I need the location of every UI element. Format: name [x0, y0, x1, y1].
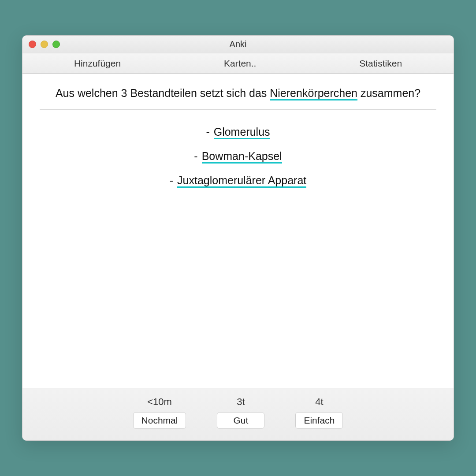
again-button[interactable]: Nochmal — [133, 412, 186, 429]
rating-good: 3t Gut — [217, 396, 264, 429]
bullet-icon: - — [206, 126, 209, 138]
toolbar: Hinzufügen Karten.. Statistiken — [22, 53, 454, 74]
app-window: Anki Hinzufügen Karten.. Statistiken Aus… — [22, 35, 454, 441]
easy-button[interactable]: Einfach — [295, 412, 343, 429]
traffic-lights — [29, 41, 60, 48]
toolbar-cards[interactable]: Karten.. — [215, 56, 265, 71]
answer-text: Bowman-Kapsel — [202, 150, 282, 164]
bullet-icon: - — [194, 151, 197, 162]
interval-label: 3t — [237, 396, 245, 408]
rating-easy: 4t Einfach — [295, 396, 343, 429]
question-term: Nierenkörperchen — [270, 87, 357, 100]
titlebar: Anki — [22, 36, 454, 53]
close-icon[interactable] — [29, 41, 36, 48]
answer-bar: <10m Nochmal 3t Gut 4t Einfach — [22, 388, 454, 440]
answer-text: Glomerulus — [214, 126, 270, 139]
bullet-icon: - — [170, 175, 173, 186]
toolbar-stats[interactable]: Statistiken — [350, 56, 411, 71]
question-pre: Aus welchen 3 Bestandteilen setzt sich d… — [56, 87, 270, 99]
answer-item: - Bowman-Kapsel — [170, 151, 307, 162]
divider — [40, 109, 436, 110]
toolbar-add[interactable]: Hinzufügen — [65, 56, 130, 71]
interval-label: 4t — [315, 396, 323, 408]
answer-item: - Glomerulus — [170, 126, 307, 138]
answer-item: - Juxtaglomerulärer Apparat — [170, 175, 307, 186]
window-title: Anki — [230, 39, 247, 49]
rating-again: <10m Nochmal — [133, 396, 186, 429]
answers: - Glomerulus - Bowman-Kapsel - Juxtaglom… — [170, 126, 307, 199]
minimize-icon[interactable] — [41, 41, 48, 48]
answer-text: Juxtaglomerulärer Apparat — [177, 174, 306, 188]
question-post: zusammen? — [357, 87, 420, 99]
card-area: Aus welchen 3 Bestandteilen setzt sich d… — [22, 74, 454, 388]
question: Aus welchen 3 Bestandteilen setzt sich d… — [56, 87, 420, 100]
interval-label: <10m — [147, 396, 172, 408]
good-button[interactable]: Gut — [217, 412, 264, 429]
maximize-icon[interactable] — [52, 41, 60, 48]
